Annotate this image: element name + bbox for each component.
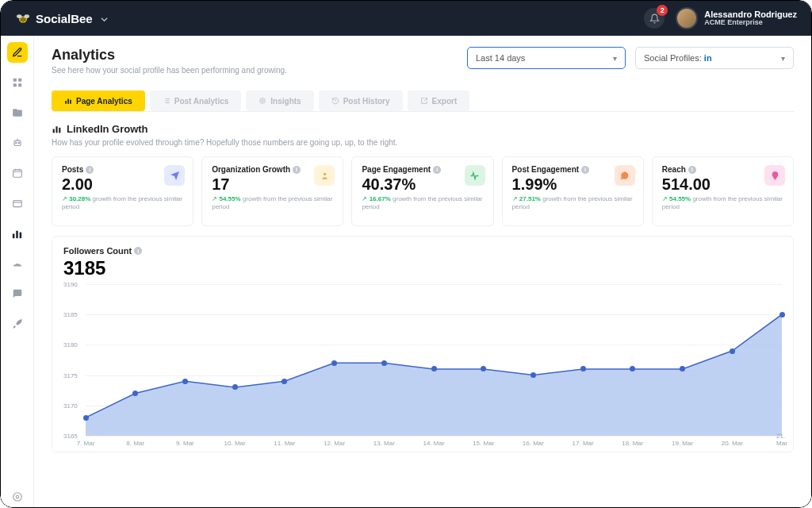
card-posts: Posts i 2.00 ↗ 30.28% growth from the pr… (52, 156, 193, 226)
sidebar-calendar[interactable] (7, 163, 28, 183)
analytics-tabs: Page Analytics Post Analytics Insights P… (52, 90, 794, 112)
card-page-engagement: Page Engagement i 40.37% ↗ 16.67% growth… (351, 156, 493, 226)
brand-switcher[interactable]: SocialBee (15, 12, 108, 25)
svg-rect-19 (70, 100, 71, 104)
tab-export[interactable]: Export (408, 90, 470, 111)
page-subtitle: See here how your social profile has bee… (52, 66, 458, 75)
list-icon (163, 97, 170, 105)
sidebar-content[interactable] (7, 102, 28, 123)
avatar (676, 7, 698, 29)
info-icon[interactable]: i (134, 247, 142, 255)
profile-select[interactable]: Social Profiles: in ▾ (635, 47, 794, 69)
followers-total: 3185 (63, 257, 782, 279)
chart-bar-icon (64, 97, 72, 105)
section-title: LinkedIn Growth (52, 123, 794, 135)
page-title: Analytics (52, 47, 458, 64)
svg-rect-12 (13, 233, 15, 238)
svg-rect-23 (56, 126, 57, 133)
svg-rect-18 (67, 99, 69, 104)
svg-point-9 (18, 142, 19, 143)
svg-rect-5 (13, 83, 16, 87)
main-content: Analytics See here how your social profi… (34, 36, 811, 507)
tab-post-analytics[interactable]: Post Analytics (150, 90, 242, 111)
user-menu[interactable]: Alessandro Rodriguez ACME Enterprise (676, 7, 797, 29)
chart-plot-area: 3165317031753180318531907. Mar8. Mar9. M… (63, 284, 782, 447)
chevron-down-icon: ▾ (781, 54, 785, 63)
sidebar-inbox[interactable] (7, 283, 28, 304)
tab-page-analytics[interactable]: Page Analytics (52, 90, 145, 111)
svg-point-15 (13, 493, 21, 502)
sidebar-settings[interactable] (7, 487, 28, 507)
svg-point-2 (25, 14, 29, 18)
tab-insights[interactable]: Insights (246, 90, 313, 111)
svg-rect-13 (16, 230, 18, 237)
date-range-select[interactable]: Last 14 days ▾ (467, 47, 626, 69)
user-company: ACME Enterprise (704, 19, 797, 27)
app-header: SocialBee 2 Alessandro Rodriguez ACME En… (1, 1, 811, 36)
chevron-down-icon: ▾ (613, 54, 617, 63)
svg-point-8 (15, 142, 16, 143)
svg-point-16 (16, 495, 19, 498)
svg-point-1 (17, 14, 21, 18)
sidebar-ai[interactable] (7, 133, 28, 153)
svg-rect-14 (20, 232, 22, 238)
kpi-cards: Posts i 2.00 ↗ 30.28% growth from the pr… (52, 156, 794, 226)
svg-rect-6 (18, 83, 21, 87)
sidebar-compose[interactable] (7, 42, 28, 63)
send-icon (164, 165, 185, 186)
tab-post-history[interactable]: Post History (319, 90, 403, 111)
export-icon (420, 97, 428, 105)
chart-bar-icon (52, 124, 62, 134)
card-org-growth: Organization Growth i 17 ↗ 54.55% growth… (201, 156, 343, 226)
notification-badge: 2 (657, 5, 668, 16)
svg-rect-22 (53, 129, 55, 133)
users-icon (314, 165, 335, 186)
sidebar-engage[interactable] (7, 253, 28, 274)
info-icon[interactable]: i (688, 166, 696, 174)
chevron-down-icon (101, 12, 108, 25)
reach-icon (764, 165, 785, 186)
svg-rect-10 (13, 170, 21, 177)
info-icon[interactable]: i (581, 166, 589, 174)
svg-rect-24 (59, 128, 60, 133)
section-subtitle: How has your profile evolved through tim… (52, 138, 794, 147)
sidebar-grow[interactable] (7, 314, 28, 334)
sidebar (1, 36, 34, 507)
chat-icon (615, 165, 635, 186)
info-icon[interactable]: i (293, 166, 301, 174)
sidebar-dashboard[interactable] (7, 72, 28, 93)
svg-rect-17 (65, 101, 67, 104)
history-icon (331, 97, 339, 105)
notifications-button[interactable]: 2 (644, 8, 665, 29)
brand-name: SocialBee (36, 12, 93, 25)
svg-point-25 (324, 172, 326, 175)
svg-point-21 (262, 100, 264, 102)
svg-point-20 (260, 98, 266, 104)
svg-rect-11 (13, 201, 21, 207)
svg-rect-4 (18, 79, 21, 82)
bee-logo-icon (15, 12, 31, 25)
target-icon (259, 97, 266, 105)
sidebar-schedule[interactable] (7, 193, 28, 214)
followers-chart: Followers Count i 3185 31653170317531803… (52, 236, 794, 452)
pulse-icon (465, 165, 485, 186)
card-reach: Reach i 514.00 ↗ 54.55% growth from the … (652, 156, 794, 226)
info-icon[interactable]: i (86, 166, 94, 174)
sidebar-analytics[interactable] (7, 223, 28, 244)
svg-rect-3 (13, 79, 16, 82)
info-icon[interactable]: i (433, 166, 441, 174)
card-post-engagement: Post Engagement i 1.99% ↗ 27.51% growth … (502, 156, 644, 226)
